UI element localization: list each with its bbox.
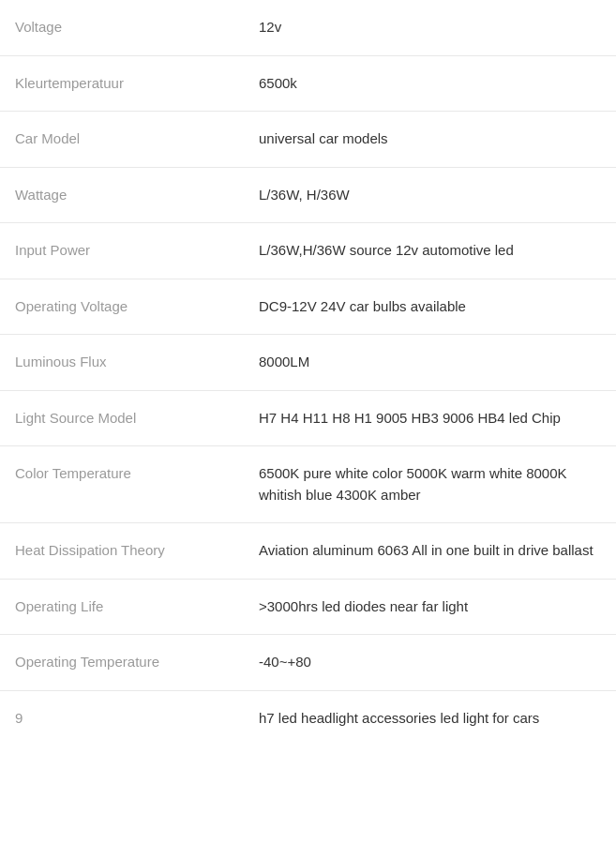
row-label: Input Power xyxy=(15,240,259,258)
row-value: universal car models xyxy=(259,128,601,150)
row-label: Heat Dissipation Theory xyxy=(15,540,259,558)
row-label: 9 xyxy=(15,708,259,726)
row-value: h7 led headlight accessories led light f… xyxy=(259,708,601,730)
table-row: Input PowerL/36W,H/36W source 12v automo… xyxy=(0,223,616,279)
specs-table: Voltage12vKleurtemperatuur6500kCar Model… xyxy=(0,0,616,746)
table-row: Car Modeluniversal car models xyxy=(0,112,616,168)
row-value: L/36W, H/36W xyxy=(259,185,601,206)
row-label: Kleurtemperatuur xyxy=(15,73,259,91)
table-row: Operating Temperature-40~+80 xyxy=(0,635,616,691)
table-row: Kleurtemperatuur6500k xyxy=(0,56,616,113)
row-label: Wattage xyxy=(15,185,259,203)
row-label: Operating Temperature xyxy=(15,652,259,670)
row-value: -40~+80 xyxy=(259,652,601,673)
row-label: Car Model xyxy=(15,128,259,146)
row-label: Operating Voltage xyxy=(15,296,259,314)
table-row: WattageL/36W, H/36W xyxy=(0,168,616,224)
row-value: L/36W,H/36W source 12v automotive led xyxy=(259,240,601,262)
row-value: 6500K pure white color 5000K warm white … xyxy=(259,463,601,505)
row-value: >3000hrs led diodes near far light xyxy=(259,596,601,618)
row-label: Color Temperature xyxy=(15,463,259,481)
row-label: Luminous Flux xyxy=(15,352,259,369)
row-label: Light Source Model xyxy=(15,408,259,426)
row-value: 6500k xyxy=(259,73,601,95)
row-label: Voltage xyxy=(15,17,259,35)
table-row: Voltage12v xyxy=(0,0,616,56)
row-label: Operating Life xyxy=(15,596,259,614)
table-row: Operating VoltageDC9-12V 24V car bulbs a… xyxy=(0,279,616,336)
row-value: DC9-12V 24V car bulbs available xyxy=(259,296,601,318)
table-row: Heat Dissipation TheoryAviation aluminum… xyxy=(0,523,616,580)
row-value: Aviation aluminum 6063 All in one built … xyxy=(259,540,601,562)
table-row: Light Source ModelH7 H4 H11 H8 H1 9005 H… xyxy=(0,391,616,447)
table-row: Luminous Flux8000LM xyxy=(0,335,616,391)
table-row: Color Temperature6500K pure white color … xyxy=(0,446,616,523)
table-row: Operating Life>3000hrs led diodes near f… xyxy=(0,580,616,636)
row-value: 12v xyxy=(259,17,601,38)
table-row: 9h7 led headlight accessories led light … xyxy=(0,691,616,746)
row-value: H7 H4 H11 H8 H1 9005 HB3 9006 HB4 led Ch… xyxy=(259,408,601,430)
row-value: 8000LM xyxy=(259,352,601,373)
